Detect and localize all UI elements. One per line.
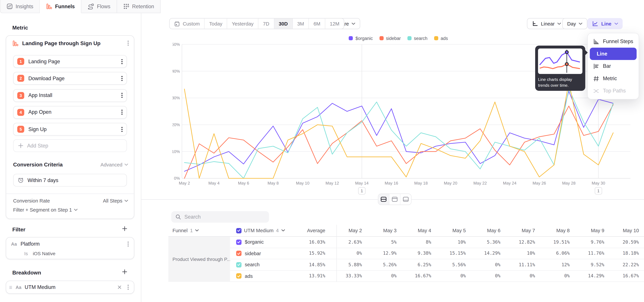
funnel-step-sign-up[interactable]: 5Sign Up [13,123,127,136]
filter-operator: Is [24,251,28,256]
svg-text:May 6: May 6 [238,181,249,186]
table-view-toggle[interactable] [400,194,411,205]
tab-label: Retention [132,4,154,9]
conversion-rate-steps-dropdown[interactable]: All Steps [103,198,128,204]
filter-kebab-menu-icon[interactable] [126,240,130,248]
cell-value: 12.82% [519,240,535,245]
step-kebab-menu-icon[interactable] [121,126,123,132]
cell-value: 0% [391,273,396,279]
column-header-may-9[interactable]: May 9 [579,225,613,237]
funnel-column-header[interactable]: Funnel1 [168,225,230,237]
filter-property-name: Platform [21,241,122,247]
annotation-badge[interactable]: 1 [595,188,602,194]
range-today[interactable]: Today [204,18,227,29]
row-checkbox[interactable] [236,262,242,268]
add-breakdown-button[interactable] [122,269,127,274]
funnel-title: Landing Page through Sign Up [22,40,122,46]
funnel-step-app-open[interactable]: 4App Open [13,106,127,119]
funnel-step-landing-page[interactable]: 1Landing Page [13,55,127,68]
breakdown-kebab-menu-icon[interactable] [126,284,130,291]
column-header-may-7[interactable]: May 7 [510,225,544,237]
svg-text:50%: 50% [172,42,180,47]
funnel-name-cell[interactable]: Product Viewed through P... [168,237,230,282]
menu-item-metric[interactable]: Metric [590,72,636,84]
range-custom[interactable]: Custom [170,18,204,29]
select-all-checkbox[interactable] [236,228,242,233]
svg-text:May 4: May 4 [208,181,220,186]
annotation-badge[interactable]: 1 [358,188,366,194]
cell-value: 12% [562,262,570,268]
svg-text:May 18: May 18 [414,181,428,186]
value-cell: 11.76% [579,248,613,259]
range-yesterday[interactable]: Yesterday [227,18,258,29]
column-header-may-3[interactable]: May 3 [371,225,406,237]
legend-item-sidebar[interactable]: sidebar [379,36,401,40]
chart-view-toggle[interactable] [390,194,400,205]
menu-item-label: Line [597,51,607,57]
column-header-may-10[interactable]: May 10 [613,225,644,237]
tab-retention[interactable]: Retention [117,0,161,13]
menu-item-bar[interactable]: Bar [590,60,636,72]
step-kebab-menu-icon[interactable] [121,110,123,115]
menu-item-funnel-steps[interactable]: Funnel Steps [590,36,636,48]
value-cell: 33.33% [336,271,371,282]
range-7d[interactable]: 7D [258,18,274,29]
funnel-step-download-page[interactable]: 2Download Page [13,72,127,85]
range-30d[interactable]: 30D [274,18,293,29]
legend-item-ads[interactable]: ads [434,36,448,40]
chart-type-dropdown[interactable]: Line [587,18,622,29]
metric-section-label: Metric [12,25,28,31]
search-placeholder: Search [184,214,201,220]
column-header-average[interactable]: Average [292,225,336,237]
menu-item-top-paths: Top Paths [590,84,636,97]
menu-item-label: Metric [603,76,617,81]
linear-axis-icon [532,20,538,27]
tab-funnels[interactable]: Funnels [40,0,81,13]
add-step-button[interactable]: Add Step [13,139,127,152]
value-cell: 18.18% [613,248,644,259]
scale-dropdown[interactable]: Linear [527,18,566,29]
tab-flows[interactable]: Flows [81,0,117,13]
value-cell: 0% [475,259,509,270]
menu-item-line[interactable]: Line [590,48,636,60]
range-12m[interactable]: 12M [325,18,344,29]
column-header-label: May 5 [452,228,466,234]
range-6m[interactable]: 6M [309,18,325,29]
cell-value: 11.76% [588,251,604,256]
row-checkbox[interactable] [236,273,242,279]
top-paths-icon [593,88,599,94]
filter-card[interactable]: Aa Platform Is iOS Native [6,237,134,259]
column-header-may-6[interactable]: May 6 [475,225,509,237]
funnel-step-app-install[interactable]: 3App Install [13,89,127,102]
value-cell: 19.51% [544,237,578,248]
step-kebab-menu-icon[interactable] [121,92,123,98]
step-kebab-menu-icon[interactable] [121,76,123,81]
range-3m[interactable]: 3M [293,18,309,29]
column-header-may-4[interactable]: May 4 [406,225,440,237]
split-view-toggle[interactable] [378,194,390,205]
step-kebab-menu-icon[interactable] [121,58,123,64]
breakdown-column-header[interactable]: UTM Medium4 [230,225,292,237]
remove-breakdown-icon[interactable] [117,284,122,290]
conversion-window-button[interactable]: Within 7 days [13,174,127,186]
legend-item-organic[interactable]: $organic [349,36,373,40]
drag-handle-icon[interactable] [9,286,12,289]
add-filter-button[interactable] [122,226,127,231]
interval-dropdown[interactable]: Day [562,18,588,29]
filter-segment-dropdown[interactable]: Filter + Segment on Step 1 [13,207,78,213]
table-search-input[interactable]: Search [171,211,269,223]
cell-value: 18.18% [622,251,639,256]
row-checkbox[interactable] [236,240,242,245]
tab-insights[interactable]: Insights [0,0,40,13]
value-cell: 16.67% [406,271,440,282]
series-name: sidebar [245,250,261,256]
column-header-may-5[interactable]: May 5 [440,225,475,237]
breakdown-card[interactable]: Aa UTM Medium [6,281,134,294]
funnel-kebab-menu-icon[interactable] [126,40,130,47]
row-checkbox[interactable] [236,251,242,256]
column-header-may-8[interactable]: May 8 [544,225,578,237]
column-header-may-2[interactable]: May 2 [336,225,371,237]
tab-label: Funnels [55,4,75,9]
advanced-dropdown[interactable]: Advanced [100,162,128,168]
legend-item-search[interactable]: search [407,36,428,40]
